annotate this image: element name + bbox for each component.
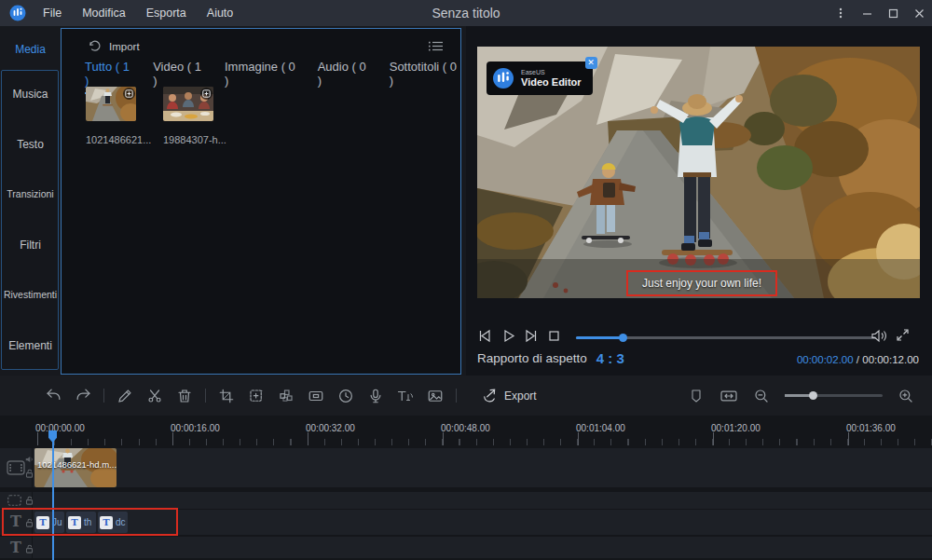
- freeze-frame-icon[interactable]: [307, 387, 325, 405]
- media-item-name: 19884307-h...: [163, 134, 219, 145]
- marker-icon[interactable]: [687, 387, 706, 405]
- import-icon: [88, 40, 102, 52]
- tab-audio[interactable]: Audio ( 0 ): [318, 60, 371, 94]
- fit-timeline-icon[interactable]: [720, 387, 738, 405]
- cut-icon[interactable]: [145, 387, 164, 405]
- stop-button[interactable]: [547, 328, 561, 344]
- timeline-video-clip[interactable]: 1021486621-hd.m...: [34, 448, 116, 487]
- transport-controls: [466, 326, 932, 348]
- next-frame-button[interactable]: [523, 328, 539, 344]
- picture-icon[interactable]: [426, 387, 445, 405]
- zoom-in-icon[interactable]: [897, 387, 915, 405]
- sidebar-item-filtri[interactable]: Filtri: [0, 239, 61, 252]
- sidebar-item-transizioni[interactable]: Transizioni: [0, 188, 61, 199]
- zoom-out-icon[interactable]: [752, 387, 771, 405]
- track-lock-icon[interactable]: [25, 496, 34, 505]
- zoom-slider-handle[interactable]: [809, 391, 817, 400]
- export-button[interactable]: Export: [481, 388, 537, 404]
- easeus-watermark: EaseUS Video Editor ✕: [487, 61, 593, 95]
- timeline-zoom-slider[interactable]: [785, 394, 883, 397]
- selection-rectangle: [2, 508, 178, 536]
- duration-icon[interactable]: [336, 387, 355, 405]
- track-header-pip: [0, 492, 33, 509]
- menu-modifica[interactable]: Modifica: [82, 7, 126, 20]
- sidebar-item-testo[interactable]: Testo: [0, 138, 61, 151]
- export-label: Export: [504, 389, 537, 403]
- aspect-ratio-value: 4 : 3: [596, 350, 624, 366]
- timeline-panel: 00:00:00.00 00:00:16.00 00:00:32.00 00:0…: [0, 416, 932, 560]
- close-button[interactable]: [906, 0, 932, 26]
- add-to-timeline-icon[interactable]: [200, 88, 212, 100]
- timeline-ruler[interactable]: [37, 431, 932, 445]
- text-to-speech-icon[interactable]: [396, 387, 415, 405]
- track-header-text: T: [0, 537, 33, 558]
- playback-progress-slider[interactable]: [576, 336, 876, 339]
- video-thumbnail[interactable]: [86, 87, 136, 121]
- toolbar-separator: [456, 389, 457, 403]
- easeus-logo-icon: [492, 67, 514, 89]
- menu-aiuto[interactable]: Aiuto: [207, 7, 234, 20]
- maximize-button[interactable]: [880, 0, 906, 26]
- preview-panel: EaseUS Video Editor ✕ Just enjoy your ow…: [466, 26, 932, 376]
- watermark-close-icon[interactable]: ✕: [585, 57, 597, 69]
- sidebar-item-rivestimenti[interactable]: Rivestimenti: [0, 289, 61, 300]
- redo-icon[interactable]: [74, 387, 92, 405]
- timecode: 00:00:02.00 / 00:00:12.00: [797, 354, 919, 365]
- track-video: 1021486621-hd.m...: [0, 448, 932, 487]
- zoom-selection-icon[interactable]: [247, 387, 266, 405]
- aspect-ratio-label: Rapporto di aspetto: [477, 351, 587, 365]
- app-window: File Modifica Esporta Aiuto Senza titolo: [0, 0, 932, 560]
- window-controls: [828, 0, 932, 26]
- subtitle-text: Just enjoy your own life!: [642, 277, 761, 290]
- total-time: 00:00:12.00: [862, 354, 919, 365]
- sidebar-item-elementi[interactable]: Elementi: [0, 339, 61, 352]
- video-thumbnail[interactable]: [163, 87, 213, 121]
- import-button[interactable]: Import: [88, 40, 140, 52]
- media-item-video[interactable]: 1021486621...: [86, 87, 136, 145]
- tab-immagine[interactable]: Immagine ( 0 ): [225, 60, 299, 94]
- menu-file[interactable]: File: [43, 7, 62, 20]
- crop-icon[interactable]: [217, 387, 236, 405]
- add-to-timeline-icon[interactable]: [123, 88, 135, 100]
- delete-icon[interactable]: [175, 387, 194, 405]
- media-item-video2[interactable]: 19884307-h...: [163, 87, 213, 145]
- media-module: Media Musica Testo Transizioni Filtri Ri…: [0, 26, 466, 376]
- minimize-button[interactable]: [854, 0, 880, 26]
- media-library-panel: Import Tutto ( 1 ) Video ( 1 ) Immagine …: [61, 28, 461, 375]
- edit-icon[interactable]: [116, 387, 134, 405]
- track-lock-icon[interactable]: [25, 544, 34, 553]
- film-track-icon: [7, 495, 21, 506]
- progress-handle[interactable]: [619, 334, 627, 342]
- easeus-logo-icon: [9, 5, 26, 21]
- playhead-line[interactable]: [52, 430, 54, 560]
- volume-icon[interactable]: [870, 328, 888, 344]
- window-title: Senza titolo: [373, 6, 559, 20]
- mosaic-icon[interactable]: [277, 387, 295, 405]
- fullscreen-icon[interactable]: [896, 328, 910, 342]
- list-view-icon[interactable]: [429, 40, 444, 52]
- toolbar-separator: [103, 389, 104, 403]
- voiceover-icon[interactable]: [366, 387, 385, 405]
- track-header-video: [0, 448, 33, 487]
- toolbar-separator: [205, 389, 206, 403]
- menu-bar: File Modifica Esporta Aiuto: [43, 7, 233, 20]
- selected-subtitle-overlay[interactable]: Just enjoy your own life!: [626, 270, 777, 296]
- play-button[interactable]: [500, 328, 516, 344]
- import-label: Import: [109, 41, 140, 52]
- track-lock-icon[interactable]: [25, 469, 34, 478]
- watermark-product: Video Editor: [521, 76, 582, 88]
- undo-icon[interactable]: [44, 387, 62, 405]
- clip-name: 1021486621-hd.m...: [37, 459, 116, 470]
- previous-frame-button[interactable]: [477, 328, 493, 344]
- progress-fill: [576, 336, 623, 339]
- more-options-icon[interactable]: [828, 0, 854, 26]
- tab-sottotitoli[interactable]: Sottotitoli ( 0 ): [390, 60, 460, 94]
- track-mute-icon[interactable]: [25, 456, 34, 463]
- track-pip: [0, 492, 932, 509]
- sidebar-item-musica[interactable]: Musica: [0, 88, 61, 101]
- aspect-ratio-row: Rapporto di aspetto 4 : 3: [477, 350, 624, 366]
- menu-esporta[interactable]: Esporta: [146, 7, 186, 20]
- current-time: 00:00:02.00: [797, 354, 854, 365]
- sidebar-item-media[interactable]: Media: [0, 43, 61, 56]
- media-items: 1021486621...: [86, 87, 213, 145]
